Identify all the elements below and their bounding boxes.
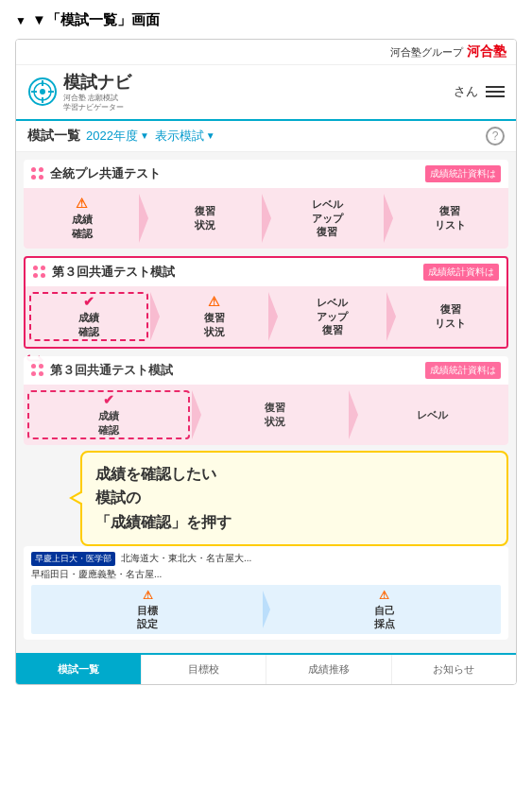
- nav-label-news: お知らせ: [433, 662, 474, 677]
- exam2-header: 第３回共通テスト模試 成績統計資料は: [26, 258, 506, 286]
- exam3-btn3-label: レベル: [417, 408, 448, 421]
- logo-icon: [27, 77, 58, 107]
- nav-item-exam-list[interactable]: 模試一覧: [16, 655, 142, 684]
- page-title-area: ▼ ▼「模試一覧」画面: [15, 11, 517, 29]
- page-title: ▼「模試一覧」画面: [32, 11, 160, 29]
- hamburger-menu-icon[interactable]: [486, 86, 505, 97]
- exam1-header: 全統プレ共通テスト 成績統計資料は: [24, 160, 508, 188]
- nav-item-news[interactable]: お知らせ: [392, 655, 517, 684]
- arrow-sep-8: [349, 390, 358, 439]
- univ-detail: 北海道大・東北大・名古屋大...: [121, 552, 251, 565]
- year-selector[interactable]: 2022年度 ▼: [86, 128, 149, 145]
- exam3-badge: 成績統計資料は: [425, 362, 501, 379]
- dots-icon-2: [33, 266, 46, 279]
- check-icon-3: ✔: [103, 392, 114, 407]
- exam3-btn1-label: 成績確認: [98, 409, 119, 437]
- exam1-btn4-label: 復習リスト: [435, 204, 466, 232]
- year-chevron-icon: ▼: [140, 130, 149, 141]
- arrow-sep-1: [139, 194, 148, 243]
- tooltip-line1: 成績を確認したい: [95, 462, 493, 487]
- univ-row: 早慶上日大・医学部 北海道大・東北大・名古屋大...: [31, 552, 501, 566]
- warning-icon-jiko: ⚠: [379, 589, 389, 602]
- app-header: 模試ナビ 河合塾 志願模試 学習ナビゲーター さん: [16, 65, 516, 121]
- univ-detail2: 早稲田日・慶應義塾・名古屋...: [31, 568, 501, 581]
- sub-title: 模試一覧: [27, 128, 80, 145]
- exam2-actions: ✔ 成績確認 ⚠ 復習状況 レベルアップ復習 復習リスト: [26, 286, 506, 347]
- nav-label-exam-list: 模試一覧: [58, 662, 99, 677]
- exam2-btn-review[interactable]: ⚠ 復習状況: [162, 292, 266, 341]
- exam-card-2: 第３回共通テスト模試 成績統計資料は ✔ 成績確認 ⚠ 復習状況 レベ: [24, 256, 508, 349]
- exam2-btn-seiseki[interactable]: ✔ 成績確認: [29, 292, 148, 341]
- exam3-btn2-label: 復習状況: [265, 401, 285, 428]
- exam3-btn-review[interactable]: 復習状況: [203, 390, 348, 439]
- warning-icon-2: ⚠: [208, 294, 220, 309]
- arrow-sep-2: [262, 194, 271, 243]
- exam1-btn3-label: レベルアップ復習: [312, 197, 343, 238]
- univ-section: 早慶上日大・医学部 北海道大・東北大・名古屋大... 早稲田日・慶應義塾・名古屋…: [24, 546, 508, 641]
- logo-main: 模試ナビ: [63, 71, 131, 94]
- tooltip-box: 成績を確認したい 模試の 「成績確認」を押す: [80, 451, 508, 546]
- goal-actions: ⚠ 目標設定 ⚠ 自己採点: [31, 585, 501, 635]
- san-label: さん: [454, 83, 478, 100]
- exam3-btn-levelup[interactable]: レベル: [360, 390, 505, 439]
- exam1-badge: 成績統計資料は: [425, 165, 501, 182]
- goal-btn-mokuhyo[interactable]: ⚠ 目標設定: [35, 589, 261, 631]
- arrow-sep-6: [386, 292, 396, 341]
- exam2-badge: 成績統計資料は: [423, 264, 499, 281]
- dots-icon-3: [31, 364, 44, 377]
- exam2-btn3-label: レベルアップ復習: [317, 296, 348, 336]
- warning-icon-goal: ⚠: [143, 589, 153, 602]
- tooltip-line2: 模試の: [95, 486, 493, 510]
- sub-header: 模試一覧 2022年度 ▼ 表示模試 ▼ ?: [16, 121, 516, 152]
- nav-label-score-trend: 成績推移: [308, 662, 350, 677]
- exam3-actions: ✔ 成績確認 復習状況 レベル: [24, 385, 508, 445]
- header-right: さん: [454, 83, 505, 100]
- goal-btn2-label: 自己採点: [374, 604, 395, 631]
- exam2-btn1-label: 成績確認: [78, 311, 99, 338]
- display-chevron-icon: ▼: [206, 130, 215, 141]
- exam-card-1: 全統プレ共通テスト 成績統計資料は ⚠ 成績確認 復習状況 レベルアップ復習: [24, 160, 508, 249]
- exam2-title: 第３回共通テスト模試: [52, 264, 418, 281]
- univ-badge: 早慶上日大・医学部: [31, 552, 115, 566]
- goal-btn-jiko[interactable]: ⚠ 自己採点: [272, 589, 498, 631]
- nav-item-target-school[interactable]: 目標校: [142, 655, 267, 684]
- arrow-sep-goal: [263, 591, 270, 628]
- brand-label: 河合塾: [467, 43, 506, 60]
- exam3-btn-seiseki[interactable]: ✔ 成績確認: [27, 390, 190, 439]
- app-frame: 河合塾グループ 河合塾 模試ナビ: [15, 39, 517, 685]
- arrow-sep-3: [384, 194, 393, 243]
- exam2-btn2-label: 復習状況: [204, 311, 225, 338]
- exam1-btn2-label: 復習状況: [195, 204, 215, 232]
- nav-label-target-school: 目標校: [188, 662, 219, 677]
- dots-icon-1: [31, 167, 44, 180]
- logo-text-area: 模試ナビ 河合塾 志願模試 学習ナビゲーター: [63, 71, 131, 113]
- exam1-title: 全統プレ共通テスト: [50, 165, 420, 182]
- tooltip-line3: 「成績確認」を押す: [95, 510, 493, 535]
- nav-item-score-trend[interactable]: 成績推移: [266, 655, 392, 684]
- exam3-section: ↩ 第３回共通テスト模試 成績統計資料は ✔ 成績確認: [24, 356, 508, 546]
- display-selector[interactable]: 表示模試 ▼: [155, 128, 215, 145]
- svg-point-6: [40, 89, 45, 94]
- exam1-btn-review[interactable]: 復習状況: [150, 194, 260, 243]
- triangle-icon: ▼: [15, 14, 26, 27]
- exam1-btn-seiseki[interactable]: ⚠ 成績確認: [27, 194, 137, 243]
- content-area: 全統プレ共通テスト 成績統計資料は ⚠ 成績確認 復習状況 レベルアップ復習: [16, 152, 516, 653]
- arrow-sep-5: [268, 292, 278, 341]
- exam2-btn4-label: 復習リスト: [435, 302, 466, 330]
- warning-icon-1: ⚠: [76, 196, 88, 211]
- bottom-nav: 模試一覧 目標校 成績推移 お知らせ: [16, 653, 516, 684]
- help-icon[interactable]: ?: [486, 127, 505, 146]
- sub-header-left: 模試一覧 2022年度 ▼ 表示模試 ▼: [27, 128, 215, 145]
- check-icon-2: ✔: [83, 294, 94, 309]
- exam2-btn-list[interactable]: 復習リスト: [398, 292, 503, 341]
- arrow-sep-4: [150, 292, 160, 341]
- logo-area: 模試ナビ 河合塾 志願模試 学習ナビゲーター: [27, 71, 131, 113]
- group-label: 河合塾グループ: [390, 45, 463, 60]
- exam1-btn-levelup[interactable]: レベルアップ復習: [273, 194, 383, 243]
- exam3-title: 第３回共通テスト模試: [50, 362, 420, 379]
- exam1-btn1-label: 成績確認: [72, 213, 93, 240]
- exam2-btn-levelup[interactable]: レベルアップ復習: [280, 292, 385, 341]
- exam-card-3: 第３回共通テスト模試 成績統計資料は ✔ 成績確認 復習状況: [24, 356, 508, 445]
- goal-btn1-label: 目標設定: [137, 604, 158, 631]
- exam1-btn-list[interactable]: 復習リスト: [395, 194, 505, 243]
